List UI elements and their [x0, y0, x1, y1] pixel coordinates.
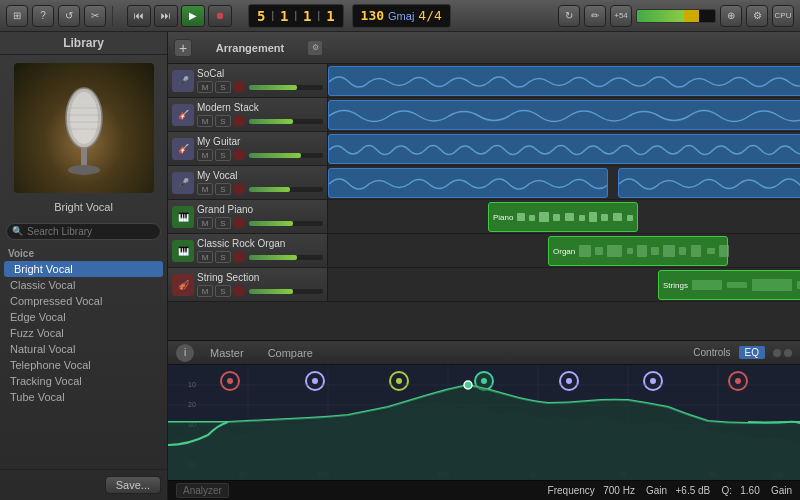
- midi-svg-strings: [692, 278, 800, 292]
- track-solo-modernstack[interactable]: S: [215, 115, 231, 127]
- svg-rect-16: [613, 213, 622, 221]
- track-name-socal: SoCal: [197, 68, 323, 79]
- track-icon-myvocal: 🎤: [172, 172, 194, 194]
- library-item-natural-vocal[interactable]: Natural Vocal: [0, 341, 167, 357]
- track-rec-myvocal[interactable]: [233, 183, 245, 195]
- library-item-compressed-vocal[interactable]: Compressed Vocal: [0, 293, 167, 309]
- eq-tab-master[interactable]: Master: [202, 345, 252, 361]
- record-button[interactable]: ⏺: [208, 5, 232, 27]
- track-solo-grandpiano[interactable]: S: [215, 217, 231, 229]
- track-row-modernstack: 🎸 Modern Stack M S: [168, 98, 800, 132]
- track-mute-socal[interactable]: M: [197, 81, 213, 93]
- library-item-tracking-vocal[interactable]: Tracking Vocal: [0, 373, 167, 389]
- separator-1: [112, 6, 113, 26]
- svg-rect-18: [579, 245, 591, 257]
- eq-display: 50 100 300 1k 2k 5k 10k 10 20 30 40 50: [168, 365, 800, 480]
- toolbar-btn-1[interactable]: ⊞: [6, 5, 28, 27]
- eq-label-active[interactable]: EQ: [739, 346, 765, 359]
- library-item-fuzz-vocal[interactable]: Fuzz Vocal: [0, 325, 167, 341]
- eq-section: i Master Compare Controls EQ: [168, 340, 800, 500]
- waveform-svg-myguitar: [329, 135, 800, 164]
- midi-svg-piano: [517, 211, 637, 223]
- track-rec-grandpiano[interactable]: [233, 217, 245, 229]
- forward-button[interactable]: ⏭: [154, 5, 178, 27]
- waveform-myvocal-2: [618, 168, 800, 198]
- library-item-tube-vocal[interactable]: Tube Vocal: [0, 389, 167, 405]
- track-mute-strings[interactable]: M: [197, 285, 213, 297]
- eq-dot-1[interactable]: [773, 349, 781, 357]
- track-row-grandpiano: 🎹 Grand Piano M S: [168, 200, 800, 234]
- library-search[interactable]: 🔍: [6, 223, 161, 240]
- track-solo-organ[interactable]: S: [215, 251, 231, 263]
- eq-gain-label: Gain: [646, 485, 667, 496]
- zoom-btn[interactable]: ⊕: [720, 5, 742, 27]
- track-rec-strings[interactable]: [233, 285, 245, 297]
- settings-btn[interactable]: ⚙: [746, 5, 768, 27]
- piano-label: Piano: [493, 213, 513, 222]
- midi-svg-organ: [579, 244, 729, 258]
- cpu-btn[interactable]: CPU: [772, 5, 794, 27]
- track-mute-modernstack[interactable]: M: [197, 115, 213, 127]
- library-panel: Library Bright Vocal 🔍 Voice: [0, 32, 168, 500]
- num-btn[interactable]: +54: [610, 5, 632, 27]
- rewind-button[interactable]: ⏮: [127, 5, 151, 27]
- pencil-btn[interactable]: ✏: [584, 5, 606, 27]
- tracks-header: + Arrangement ⚙ Intro Verse 1 Chorus Ver…: [168, 32, 800, 64]
- svg-rect-23: [651, 247, 659, 255]
- track-solo-socal[interactable]: S: [215, 81, 231, 93]
- play-button[interactable]: ▶: [181, 5, 205, 27]
- library-item-bright-vocal[interactable]: Bright Vocal: [4, 261, 163, 277]
- track-content-myguitar: [328, 132, 800, 165]
- eq-active-point[interactable]: [464, 381, 472, 389]
- track-rec-myguitar[interactable]: [233, 149, 245, 161]
- library-item-edge-vocal[interactable]: Edge Vocal: [0, 309, 167, 325]
- library-item-classic-vocal[interactable]: Classic Vocal: [0, 277, 167, 293]
- main-area: Library Bright Vocal 🔍 Voice: [0, 32, 800, 500]
- track-row-myvocal: 🎤 My Vocal M S: [168, 166, 800, 200]
- save-button[interactable]: Save...: [105, 476, 161, 494]
- track-rec-organ[interactable]: [233, 251, 245, 263]
- eq-tab-compare[interactable]: Compare: [260, 345, 321, 361]
- svg-text:20: 20: [188, 401, 196, 408]
- bpm-display: 130 Gmaj 4/4: [352, 4, 451, 28]
- svg-rect-19: [595, 247, 603, 255]
- track-mute-myvocal[interactable]: M: [197, 183, 213, 195]
- eq-info-button[interactable]: i: [176, 344, 194, 362]
- eq-dot-2[interactable]: [784, 349, 792, 357]
- toolbar-btn-2[interactable]: ?: [32, 5, 54, 27]
- track-mute-grandpiano[interactable]: M: [197, 217, 213, 229]
- position-display: 5 | 1 | 1 | 1: [248, 4, 344, 28]
- cycle-btn[interactable]: ↻: [558, 5, 580, 27]
- svg-rect-20: [607, 245, 622, 257]
- track-mute-organ[interactable]: M: [197, 251, 213, 263]
- track-icon-modernstack: 🎸: [172, 104, 194, 126]
- tracks-area: + Arrangement ⚙ Intro Verse 1 Chorus Ver…: [168, 32, 800, 500]
- toolbar-btn-3[interactable]: ↺: [58, 5, 80, 27]
- search-input[interactable]: [6, 223, 161, 240]
- eq-gain2-label: Gain: [771, 485, 792, 496]
- toolbar-btn-4[interactable]: ✂: [84, 5, 106, 27]
- track-solo-strings[interactable]: S: [215, 285, 231, 297]
- eq-q-value: 1.60: [740, 485, 759, 496]
- track-rec-modernstack[interactable]: [233, 115, 245, 127]
- toolbar: ⊞ ? ↺ ✂ ⏮ ⏭ ▶ ⏺ 5 | 1 | 1 | 1 130 Gmaj 4…: [0, 0, 800, 32]
- add-track-button[interactable]: +: [174, 39, 192, 57]
- waveform-svg-modernstack: [329, 101, 800, 130]
- meter-yellow: [684, 10, 700, 22]
- arrangement-settings-btn[interactable]: ⚙: [308, 41, 322, 55]
- library-item-telephone-vocal[interactable]: Telephone Vocal: [0, 357, 167, 373]
- track-solo-myguitar[interactable]: S: [215, 149, 231, 161]
- svg-rect-22: [637, 245, 647, 257]
- track-rec-socal[interactable]: [233, 81, 245, 93]
- analyzer-button[interactable]: Analyzer: [176, 483, 229, 498]
- svg-rect-27: [707, 248, 715, 254]
- meter-green: [637, 10, 684, 22]
- key-display: Gmaj: [388, 10, 414, 22]
- track-solo-myvocal[interactable]: S: [215, 183, 231, 195]
- svg-rect-14: [589, 212, 597, 222]
- svg-rect-28: [719, 245, 729, 257]
- track-mute-myguitar[interactable]: M: [197, 149, 213, 161]
- track-icon-myguitar: 🎸: [172, 138, 194, 160]
- track-controls-myguitar: 🎸 My Guitar M S: [168, 132, 328, 165]
- track-name-strings: String Section: [197, 272, 323, 283]
